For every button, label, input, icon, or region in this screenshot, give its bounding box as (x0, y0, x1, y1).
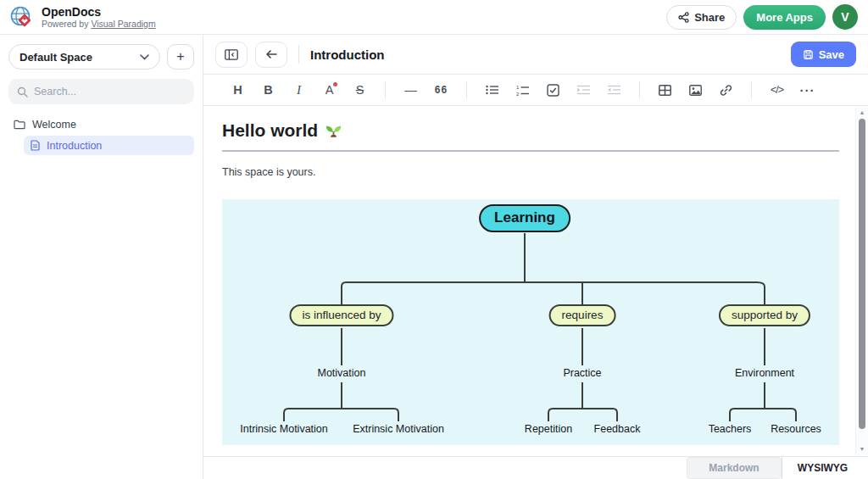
search-icon (17, 86, 28, 97)
avatar[interactable]: V (832, 4, 858, 30)
mindmap-node-branch: supported by (719, 304, 810, 326)
bullet-list-icon (486, 85, 498, 95)
checkbox-icon (547, 84, 559, 97)
bullet-list-button[interactable] (480, 79, 504, 101)
scroll-down-arrow-icon[interactable]: ▼ (856, 445, 868, 454)
vertical-scrollbar[interactable]: ▲ ▼ (855, 106, 868, 456)
mindmap-node-root: Learning (479, 204, 570, 232)
mindmap-node-child: Practice (563, 367, 601, 379)
header-actions: Share More Apps V (666, 4, 858, 30)
mindmap-node-branch: requires (549, 304, 616, 326)
mindmap-node-leaf: Feedback (594, 423, 641, 435)
add-space-button[interactable]: + (167, 44, 194, 70)
divider (466, 81, 467, 98)
svg-text:2: 2 (516, 91, 520, 96)
mindmap-node-child: Environment (735, 367, 794, 379)
tab-markdown[interactable]: Markdown (687, 457, 782, 479)
indent-button[interactable] (571, 79, 596, 101)
share-icon (678, 12, 689, 23)
mindmap-node-branch: is influenced by (289, 304, 393, 326)
mindmap-node-leaf: Intrinsic Motivation (240, 423, 328, 435)
svg-text:1: 1 (516, 85, 520, 90)
sidebar-item-introduction[interactable]: Introduction (24, 136, 194, 155)
outdent-icon (608, 85, 620, 95)
mindmap-diagram[interactable]: Learning is influenced by requires suppo… (222, 199, 839, 445)
toggle-sidebar-button[interactable] (215, 42, 248, 68)
table-button[interactable] (653, 79, 677, 101)
chevron-down-icon (140, 54, 149, 60)
link-button[interactable] (714, 79, 738, 101)
format-toolbar: H B I A S — 66 12 (203, 75, 868, 106)
blockquote-button[interactable]: 66 (429, 79, 453, 101)
divider (385, 81, 386, 98)
bold-button[interactable]: B (256, 79, 281, 101)
table-icon (659, 85, 671, 96)
outdent-button[interactable] (602, 79, 626, 101)
italic-button[interactable]: I (287, 79, 311, 101)
document-icon (31, 140, 40, 151)
indent-icon (577, 85, 590, 95)
mindmap-node-leaf: Resources (771, 423, 821, 435)
scrollbar-thumb[interactable] (859, 119, 865, 429)
mindmap-node-leaf: Extrinsic Motivation (353, 423, 444, 435)
strikethrough-button[interactable]: S (348, 79, 372, 101)
page-title: Introduction (310, 47, 384, 62)
save-icon (803, 49, 814, 60)
mindmap-node-leaf: Repetition (525, 423, 572, 435)
sidebar: Default Space + Welcome (0, 35, 203, 479)
arrow-left-icon (265, 49, 278, 59)
panel-toggle-icon (225, 49, 238, 60)
task-list-button[interactable] (541, 79, 565, 101)
scroll-up-arrow-icon[interactable]: ▲ (856, 109, 868, 117)
divider (298, 45, 299, 64)
divider (639, 81, 640, 98)
color-dot (333, 82, 337, 86)
main-panel: Introduction Save H B I A S — 66 (203, 35, 868, 479)
app-title: OpenDocs (42, 5, 156, 19)
visual-paradigm-link[interactable]: Visual Paradigm (91, 19, 155, 29)
space-selector[interactable]: Default Space (8, 44, 160, 70)
brand-text: OpenDocs Powered by Visual Paradigm (42, 5, 156, 29)
numbered-list-icon: 12 (516, 85, 529, 96)
image-button[interactable] (683, 79, 708, 101)
editor-footer: Markdown WYSIWYG (203, 456, 868, 479)
more-apps-button[interactable]: More Apps (743, 5, 826, 30)
seedling-emoji-icon (325, 122, 342, 140)
page-tree: Welcome Introduction (8, 115, 194, 155)
horizontal-rule-button[interactable]: — (398, 79, 423, 101)
save-button[interactable]: Save (791, 42, 856, 67)
link-icon (720, 84, 732, 97)
share-button[interactable]: Share (666, 5, 737, 30)
tab-wysiwyg[interactable]: WYSIWYG (782, 457, 863, 479)
document-heading: Hello world (222, 120, 855, 141)
more-options-button[interactable]: ··· (795, 79, 820, 101)
mindmap-node-child: Motivation (318, 367, 366, 379)
folder-icon (14, 120, 25, 130)
numbered-list-button[interactable]: 12 (510, 79, 535, 101)
editor-header: Introduction Save (203, 35, 868, 75)
top-header: OpenDocs Powered by Visual Paradigm Shar… (0, 0, 868, 35)
heading-button[interactable]: H (225, 79, 250, 101)
search-box[interactable] (8, 79, 194, 104)
sidebar-item-welcome[interactable]: Welcome (8, 115, 194, 134)
search-input[interactable] (34, 86, 186, 97)
code-button[interactable]: </> (765, 79, 789, 101)
app-window: OpenDocs Powered by Visual Paradigm Shar… (0, 0, 868, 479)
brand: OpenDocs Powered by Visual Paradigm (8, 4, 156, 31)
powered-by: Powered by Visual Paradigm (42, 19, 156, 29)
document-canvas[interactable]: Hello world This space is yours. (203, 106, 855, 456)
font-color-button[interactable]: A (317, 79, 342, 101)
opendocs-logo-icon (8, 4, 35, 31)
document-paragraph: This space is yours. (222, 166, 855, 178)
mindmap-node-leaf: Teachers (709, 423, 752, 435)
heading-rule (222, 150, 839, 152)
image-icon (689, 85, 702, 96)
divider (751, 81, 752, 98)
back-button[interactable] (255, 42, 287, 68)
